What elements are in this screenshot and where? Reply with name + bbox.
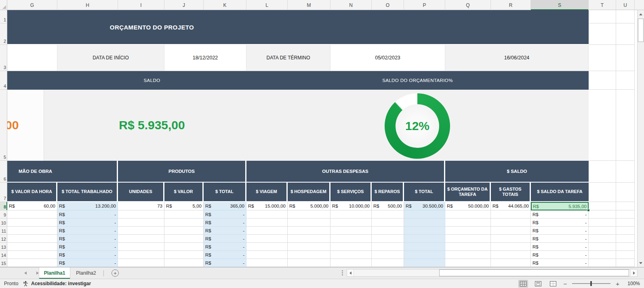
cell-J14[interactable]: [164, 251, 204, 259]
cell-R12[interactable]: [491, 235, 531, 243]
cell-J15[interactable]: [164, 259, 204, 267]
cell-T15[interactable]: [589, 259, 616, 267]
row-header-5[interactable]: 5: [0, 90, 7, 161]
group-header-2[interactable]: OUTRAS DESPESAS: [246, 161, 445, 183]
cell-O13[interactable]: [372, 243, 404, 251]
cell-I10[interactable]: [118, 219, 164, 227]
cell-M15[interactable]: [288, 259, 330, 267]
group-header-3[interactable]: $ SALDO: [445, 161, 589, 183]
row-header-13[interactable]: 13: [0, 243, 7, 251]
cell-H13[interactable]: R$-: [57, 243, 118, 251]
cell-J10[interactable]: [164, 219, 204, 227]
cell-H8[interactable]: R$13.200,00: [57, 202, 118, 210]
table-header-R7[interactable]: $ GASTOS TOTAIS: [491, 183, 531, 202]
row-header-11[interactable]: 11: [0, 227, 7, 235]
cell-U6[interactable]: [616, 161, 635, 183]
table-header-Q7[interactable]: $ ORÇAMENTO DA TAREFA: [445, 183, 491, 202]
table-header-G7[interactable]: $ VALOR DA HORA: [7, 183, 57, 202]
cell-O15[interactable]: [372, 259, 404, 267]
donut-chart[interactable]: 12%: [385, 93, 450, 159]
cell-N12[interactable]: [330, 235, 372, 243]
cell-T2[interactable]: [589, 23, 616, 45]
cell-S10[interactable]: R$-: [531, 219, 589, 227]
cell-U14[interactable]: [616, 251, 635, 259]
column-header-P[interactable]: P: [404, 0, 445, 10]
row-header-9[interactable]: 9: [0, 210, 7, 219]
column-header-T[interactable]: T: [589, 0, 616, 10]
start-date-label-cell[interactable]: DATA DE INÍCIO: [57, 45, 164, 71]
cell-J9[interactable]: [164, 210, 204, 219]
cell-N15[interactable]: [330, 259, 372, 267]
cell-I12[interactable]: [118, 235, 164, 243]
cell-Q13[interactable]: [445, 243, 491, 251]
table-header-H7[interactable]: $ TOTAL TRABALHADO: [57, 183, 118, 202]
column-header-G[interactable]: G: [7, 0, 57, 10]
table-header-O7[interactable]: $ REPAROS: [372, 183, 404, 202]
column-header-H[interactable]: H: [57, 0, 118, 10]
cell-G11[interactable]: [7, 227, 57, 235]
cell-U1[interactable]: [616, 10, 635, 23]
cell-L9[interactable]: [246, 210, 288, 219]
cell-T5[interactable]: [589, 90, 616, 161]
cell-R11[interactable]: [491, 227, 531, 235]
cell-I13[interactable]: [118, 243, 164, 251]
end-date-value-cell[interactable]: 05/02/2023: [330, 45, 445, 71]
cell-H11[interactable]: R$-: [57, 227, 118, 235]
cell-S8[interactable]: R$5.935,00: [531, 202, 589, 210]
cell-T13[interactable]: [589, 243, 616, 251]
accessibility-status[interactable]: Acessibilidade: investigar: [23, 279, 91, 288]
cell-P9[interactable]: [404, 210, 445, 219]
cell-S11[interactable]: R$-: [531, 227, 589, 235]
cell-N11[interactable]: [330, 227, 372, 235]
scroll-down-button[interactable]: [638, 259, 644, 267]
cell-R8[interactable]: R$44.065,00: [491, 202, 531, 210]
select-all-corner[interactable]: [0, 0, 7, 10]
cell-P13[interactable]: [404, 243, 445, 251]
table-header-P7[interactable]: $ TOTAL: [404, 183, 445, 202]
cell-M9[interactable]: [288, 210, 330, 219]
column-header-S[interactable]: S: [531, 0, 589, 10]
cell-K8[interactable]: R$365,00: [204, 202, 246, 210]
cell-T8[interactable]: [589, 202, 616, 210]
column-header-U[interactable]: U: [616, 0, 635, 10]
cell-O14[interactable]: [372, 251, 404, 259]
cell-P11[interactable]: [404, 227, 445, 235]
end-date-label-cell[interactable]: DATA DE TÉRMINO: [246, 45, 330, 71]
extra-date-value-cell[interactable]: 16/06/2024: [445, 45, 589, 71]
cell-M8[interactable]: R$5.000,00: [288, 202, 330, 210]
tab-planilha2[interactable]: Planilha2: [70, 267, 102, 279]
table-header-M7[interactable]: $ HOSPEDAGEM: [288, 183, 330, 202]
table-header-K7[interactable]: $ TOTAL: [204, 183, 246, 202]
cell-R9[interactable]: [491, 210, 531, 219]
cell-P14[interactable]: [404, 251, 445, 259]
cell-T6[interactable]: [589, 161, 616, 183]
cell-K10[interactable]: R$-: [204, 219, 246, 227]
cell-S14[interactable]: R$-: [531, 251, 589, 259]
saldo-header-bar[interactable]: SALDO SALDO DO ORÇAMENTARIO%: [7, 71, 589, 90]
cell-Q10[interactable]: [445, 219, 491, 227]
cell-P8[interactable]: R$30.500,00: [404, 202, 445, 210]
zoom-slider[interactable]: [572, 281, 610, 286]
row-header-3[interactable]: 3: [0, 45, 7, 71]
cell-O9[interactable]: [372, 210, 404, 219]
scroll-up-button[interactable]: [638, 10, 644, 18]
row-header-4[interactable]: 4: [0, 71, 7, 90]
cell-K11[interactable]: R$-: [204, 227, 246, 235]
tab-planilha1[interactable]: Planilha1: [39, 267, 70, 279]
cell-M13[interactable]: [288, 243, 330, 251]
cell-K13[interactable]: R$-: [204, 243, 246, 251]
saldo-value-cell[interactable]: R$ 5.935,00: [57, 90, 246, 161]
cell-T4[interactable]: [589, 71, 616, 90]
cell-T11[interactable]: [589, 227, 616, 235]
cell-N10[interactable]: [330, 219, 372, 227]
cell-K12[interactable]: R$-: [204, 235, 246, 243]
cell-K14[interactable]: R$-: [204, 251, 246, 259]
cell-G9[interactable]: [7, 210, 57, 219]
cell-P10[interactable]: [404, 219, 445, 227]
row-header-8[interactable]: 8: [0, 202, 7, 210]
cell-U5[interactable]: [616, 90, 635, 161]
new-sheet-button[interactable]: +: [112, 269, 119, 277]
tab-scroll-left-icon[interactable]: [23, 271, 27, 275]
cell-R15[interactable]: [491, 259, 531, 267]
cell-H12[interactable]: R$-: [57, 235, 118, 243]
